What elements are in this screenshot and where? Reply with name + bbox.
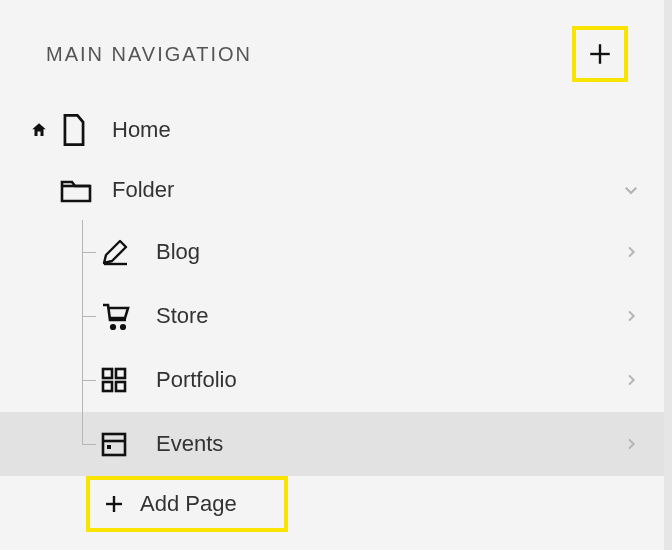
pen-icon	[100, 237, 130, 267]
nav-item-blog[interactable]: Blog	[0, 220, 664, 284]
cart-icon	[100, 300, 132, 332]
nav-item-store[interactable]: Store	[0, 284, 664, 348]
header: MAIN NAVIGATION	[0, 0, 664, 92]
nav-item-folder[interactable]: Folder	[0, 160, 664, 220]
chevron-right-icon	[623, 308, 639, 324]
plus-icon	[587, 41, 613, 67]
nav-item-label: Folder	[112, 177, 616, 203]
nav-item-portfolio[interactable]: Portfolio	[0, 348, 664, 412]
svg-rect-7	[116, 369, 125, 378]
calendar-icon	[100, 430, 128, 458]
svg-rect-9	[116, 382, 125, 391]
page-icon	[60, 113, 88, 147]
nav-item-label: Portfolio	[156, 367, 616, 393]
folder-icon	[60, 176, 92, 204]
chevron-down-icon	[622, 181, 640, 199]
panel-title: MAIN NAVIGATION	[46, 43, 252, 66]
add-page-label: Add Page	[140, 491, 237, 517]
add-page-button[interactable]: Add Page	[86, 476, 288, 532]
nav-item-events[interactable]: Events	[0, 412, 664, 476]
navigation-panel: MAIN NAVIGATION	[0, 0, 664, 550]
nav-list: Home Folder	[0, 92, 664, 532]
svg-rect-8	[103, 382, 112, 391]
nav-item-label: Blog	[156, 239, 616, 265]
panel-edge	[664, 0, 672, 550]
svg-point-4	[111, 325, 115, 329]
home-indicator-icon	[30, 121, 48, 139]
plus-icon	[102, 492, 126, 516]
nav-item-label: Events	[156, 431, 616, 457]
svg-point-5	[121, 325, 125, 329]
svg-rect-12	[107, 445, 111, 449]
svg-rect-6	[103, 369, 112, 378]
nav-item-home[interactable]: Home	[0, 100, 664, 160]
chevron-right-icon	[623, 244, 639, 260]
nav-item-label: Store	[156, 303, 616, 329]
svg-rect-10	[103, 434, 125, 455]
add-button[interactable]	[572, 26, 628, 82]
grid-icon	[100, 366, 128, 394]
chevron-right-icon	[623, 436, 639, 452]
nav-item-label: Home	[112, 117, 646, 143]
chevron-right-icon	[623, 372, 639, 388]
